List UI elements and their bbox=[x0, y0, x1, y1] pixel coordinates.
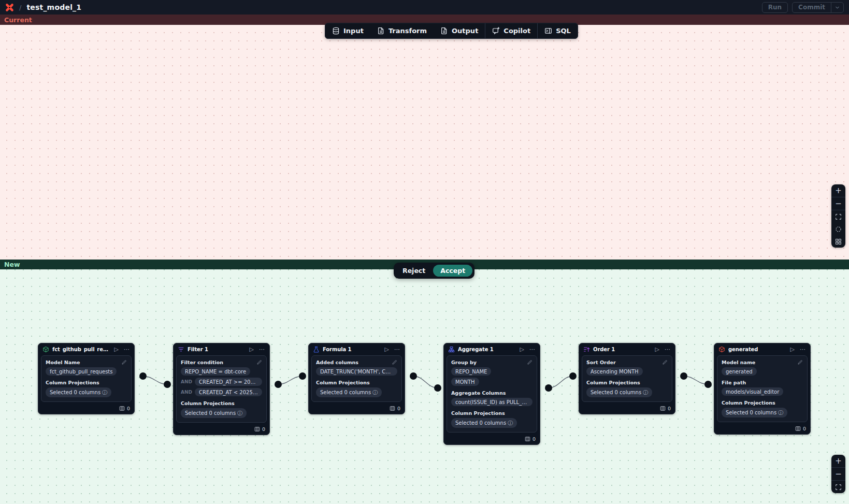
node-body: Added columns DATE_TRUNC('MONTH', CREATE… bbox=[311, 355, 402, 402]
node-aggregate-1[interactable]: Aggregate 1 ▷ ⋯ Group by REPO_NAME MONTH… bbox=[443, 343, 540, 445]
edit-icon[interactable] bbox=[256, 359, 262, 365]
connection-handle[interactable] bbox=[434, 384, 441, 392]
file-path-pill[interactable]: models/visual_editor bbox=[722, 387, 783, 396]
node-filter-1[interactable]: Filter 1 ▷ ⋯ Filter condition REPO_NAME … bbox=[173, 343, 270, 435]
info-icon: ⓘ bbox=[237, 410, 242, 416]
column-projections-pill[interactable]: Selected 0 columnsⓘ bbox=[722, 408, 787, 417]
model-name-pill[interactable]: fct_github_pull_requests bbox=[46, 367, 117, 376]
info-icon: ⓘ bbox=[643, 390, 648, 395]
node-menu-button[interactable]: ⋯ bbox=[123, 347, 131, 352]
run-node-button[interactable]: ▷ bbox=[113, 347, 120, 352]
model-name-pill[interactable]: generated bbox=[722, 367, 757, 376]
node-body: Model name generated File path models/vi… bbox=[717, 355, 808, 422]
column-projections-pill[interactable]: Selected 0 columnsⓘ bbox=[316, 387, 382, 397]
added-columns-pill[interactable]: DATE_TRUNC('MONTH', CREATED_AT… bbox=[316, 367, 397, 376]
aggregate-columns-pill[interactable]: count(ISSUE_ID) as PULL_REQUEST_… bbox=[451, 398, 533, 406]
node-title: fct_github_pull_requests bbox=[52, 347, 110, 352]
accept-button[interactable]: Accept bbox=[433, 265, 472, 277]
zoom-out-button[interactable]: − bbox=[831, 468, 845, 480]
connection-handle[interactable] bbox=[299, 372, 306, 380]
node-menu-button[interactable]: ⋯ bbox=[258, 347, 266, 352]
connection-handle[interactable] bbox=[164, 381, 171, 388]
top-bar: / test_model_1 Run Commit bbox=[0, 0, 849, 15]
flask-icon bbox=[313, 346, 320, 353]
node-menu-button[interactable]: ⋯ bbox=[664, 347, 671, 352]
filter-and-row: AND CREATED_AT < 2025-03-01 bbox=[181, 388, 262, 396]
toolbar-item-transform[interactable]: Transform bbox=[370, 23, 434, 38]
connection-handle[interactable] bbox=[545, 384, 552, 392]
toolbar-item-sql[interactable]: SQL bbox=[538, 23, 578, 38]
tile-view-button[interactable] bbox=[831, 235, 845, 248]
toolbar-label: Copilot bbox=[503, 27, 530, 35]
field-label: Aggregate Columns bbox=[451, 390, 533, 396]
node-formula-1[interactable]: Formula 1 ▷ ⋯ Added columns DATE_TRUNC('… bbox=[308, 343, 405, 414]
dbt-logo-icon[interactable] bbox=[5, 3, 14, 12]
zoom-in-button[interactable]: + bbox=[831, 455, 845, 467]
toolbar-label: SQL bbox=[556, 27, 571, 35]
column-projections-pill[interactable]: Selected 0 columnsⓘ bbox=[451, 418, 517, 428]
run-node-button[interactable]: ▷ bbox=[789, 347, 796, 352]
connection-handle[interactable] bbox=[704, 381, 712, 388]
run-node-button[interactable]: ▷ bbox=[519, 347, 525, 352]
current-canvas[interactable]: Input Transform Output Copilot bbox=[0, 25, 849, 260]
panel-right-icon bbox=[544, 27, 552, 35]
node-fct-github-pull-requests[interactable]: fct_github_pull_requests ▷ ⋯ Model Name … bbox=[38, 343, 135, 414]
sort-ascending-icon bbox=[583, 346, 590, 353]
commit-button[interactable]: Commit bbox=[793, 3, 831, 12]
edit-icon[interactable] bbox=[797, 359, 803, 365]
node-menu-button[interactable]: ⋯ bbox=[799, 347, 807, 352]
current-canvas-controls: + − bbox=[831, 184, 845, 248]
connection-handle[interactable] bbox=[139, 372, 147, 380]
edit-icon[interactable] bbox=[662, 359, 668, 365]
column-projections-pill[interactable]: Selected 0 columnsⓘ bbox=[586, 387, 652, 397]
copilot-icon bbox=[492, 27, 500, 35]
sort-order-pill[interactable]: Ascending MONTH bbox=[586, 367, 643, 376]
connection-handle[interactable] bbox=[410, 372, 417, 380]
edit-icon[interactable] bbox=[527, 359, 533, 365]
column-projections-pill[interactable]: Selected 0 columnsⓘ bbox=[46, 387, 111, 397]
toolbar-item-output[interactable]: Output bbox=[434, 23, 485, 38]
node-footer: 0 bbox=[579, 405, 675, 414]
connection-handle[interactable] bbox=[680, 372, 687, 380]
cube-icon bbox=[718, 346, 725, 353]
info-icon: ⓘ bbox=[372, 390, 378, 395]
node-menu-button[interactable]: ⋯ bbox=[528, 347, 536, 352]
row-count: 0 bbox=[803, 426, 806, 431]
filter-condition-pill[interactable]: CREATED_AT >= 2024-12-01 bbox=[195, 378, 262, 386]
run-node-button[interactable]: ▷ bbox=[384, 347, 390, 352]
field-label: Column Projections bbox=[722, 400, 803, 406]
chevron-down-icon bbox=[834, 5, 840, 10]
edge bbox=[680, 372, 712, 388]
zoom-in-button[interactable]: + bbox=[831, 184, 845, 197]
toolbar-item-copilot[interactable]: Copilot bbox=[485, 23, 537, 38]
current-band-label: Current bbox=[4, 16, 32, 24]
fit-view-button[interactable] bbox=[831, 210, 845, 223]
edge bbox=[410, 372, 441, 392]
reject-button[interactable]: Reject bbox=[396, 265, 432, 277]
filter-condition-pill[interactable]: REPO_NAME = dbt-core bbox=[181, 367, 250, 376]
locate-button[interactable] bbox=[831, 223, 845, 235]
document-icon bbox=[377, 27, 385, 35]
field-label: Column Projections bbox=[316, 380, 397, 385]
group-by-pill[interactable]: MONTH bbox=[451, 378, 479, 386]
connection-handle[interactable] bbox=[569, 372, 577, 380]
connection-handle[interactable] bbox=[275, 381, 282, 388]
commit-menu-button[interactable] bbox=[831, 3, 843, 12]
field-label: Model name bbox=[722, 359, 755, 365]
zoom-out-button[interactable]: − bbox=[831, 197, 845, 210]
database-icon bbox=[332, 27, 340, 35]
run-button[interactable]: Run bbox=[762, 2, 788, 13]
group-by-pill[interactable]: REPO_NAME bbox=[451, 367, 491, 376]
column-projections-pill[interactable]: Selected 0 columnsⓘ bbox=[181, 408, 247, 418]
toolbar-item-input[interactable]: Input bbox=[325, 23, 370, 38]
edit-icon[interactable] bbox=[392, 359, 397, 365]
node-generated[interactable]: generated ▷ ⋯ Model name generated File … bbox=[714, 343, 811, 435]
node-menu-button[interactable]: ⋯ bbox=[393, 347, 401, 352]
fit-view-button[interactable] bbox=[831, 481, 845, 493]
run-node-button[interactable]: ▷ bbox=[249, 347, 255, 352]
filter-condition-pill[interactable]: CREATED_AT < 2025-03-01 bbox=[195, 388, 262, 396]
edit-icon[interactable] bbox=[121, 359, 127, 365]
run-node-button[interactable]: ▷ bbox=[654, 347, 660, 352]
new-canvas[interactable]: Reject Accept bbox=[0, 269, 849, 504]
node-order-1[interactable]: Order 1 ▷ ⋯ Sort Order Ascending MONTH C… bbox=[579, 343, 675, 414]
